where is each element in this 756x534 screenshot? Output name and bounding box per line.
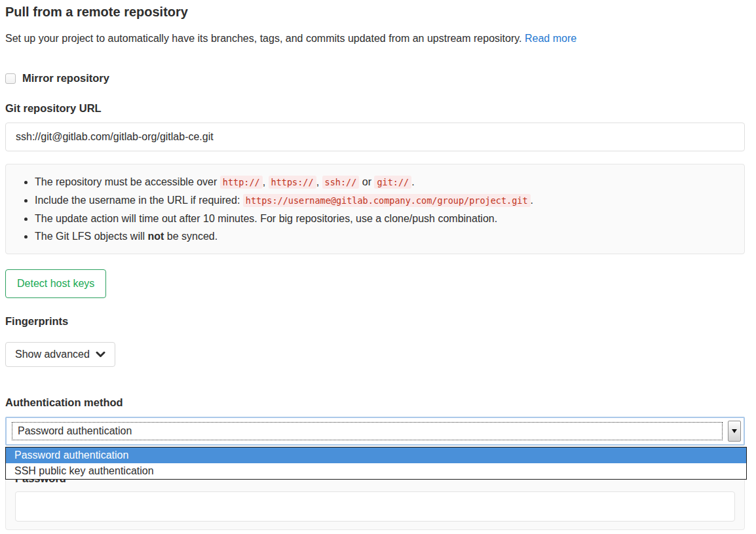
git-url-label: Git repository URL xyxy=(5,102,745,115)
show-advanced-label: Show advanced xyxy=(15,349,90,360)
note-text: . xyxy=(531,195,533,206)
password-input[interactable] xyxy=(15,491,735,522)
pull-mirror-settings-page: Pull from a remote repository Set up you… xyxy=(5,4,745,530)
description-text: Set up your project to automatically hav… xyxy=(5,33,522,44)
url-help-well: The repository must be accessible over h… xyxy=(5,164,745,254)
note-text: Include the username in the URL if requi… xyxy=(35,195,243,206)
note-text: . xyxy=(411,176,414,187)
detect-host-keys-button[interactable]: Detect host keys xyxy=(5,269,106,298)
note-text: be synced. xyxy=(164,231,217,242)
inline-code: git:// xyxy=(374,176,411,189)
note-item: The repository must be accessible over h… xyxy=(35,173,734,191)
note-item: Include the username in the URL if requi… xyxy=(35,191,734,210)
auth-method-select-wrap: Password authentication Password authent… xyxy=(5,417,745,446)
note-text: The update action will time out after 10… xyxy=(35,213,497,224)
caret-down-icon xyxy=(732,429,737,433)
note-text: , xyxy=(316,176,322,187)
read-more-link[interactable]: Read more xyxy=(525,33,576,44)
git-url-group: Git repository URL xyxy=(5,102,745,151)
auth-selected-value: Password authentication xyxy=(18,425,132,437)
inline-code: http:// xyxy=(220,176,263,189)
git-url-input[interactable] xyxy=(5,123,745,151)
inline-code: https:// xyxy=(269,176,316,189)
auth-method-label: Authentication method xyxy=(5,396,745,409)
page-description: Set up your project to automatically hav… xyxy=(5,31,745,46)
note-item: The Git LFS objects will not be synced. xyxy=(35,227,734,245)
chevron-down-icon xyxy=(96,351,105,358)
show-advanced-button[interactable]: Show advanced xyxy=(5,342,115,367)
auth-selected-option: Password authentication xyxy=(12,422,723,440)
url-help-list: The repository must be accessible over h… xyxy=(16,173,734,245)
note-text: or xyxy=(359,176,374,187)
fingerprints-heading: Fingerprints xyxy=(5,315,745,328)
note-item: The update action will time out after 10… xyxy=(35,210,734,227)
inline-code: ssh:// xyxy=(322,176,360,189)
auth-method-section: Authentication method Password authentic… xyxy=(5,396,745,530)
select-arrow-button[interactable] xyxy=(728,421,741,442)
note-text: The Git LFS objects will xyxy=(35,231,148,242)
note-text: The repository must be accessible over xyxy=(35,176,220,187)
mirror-repository-label: Mirror repository xyxy=(22,72,109,85)
bold-text: not xyxy=(148,231,164,242)
mirror-repository-row[interactable]: Mirror repository xyxy=(5,72,745,85)
note-text: , xyxy=(263,176,269,187)
dropdown-option[interactable]: Password authentication xyxy=(6,448,746,463)
inline-code: https://username@gitlab.company.com/grou… xyxy=(243,194,531,207)
dropdown-option[interactable]: SSH public key authentication xyxy=(6,463,746,479)
auth-method-select[interactable]: Password authentication xyxy=(5,417,745,446)
auth-dropdown-menu: Password authenticationSSH public key au… xyxy=(5,447,747,480)
page-title: Pull from a remote repository xyxy=(5,4,745,20)
mirror-repository-checkbox[interactable] xyxy=(5,73,16,84)
